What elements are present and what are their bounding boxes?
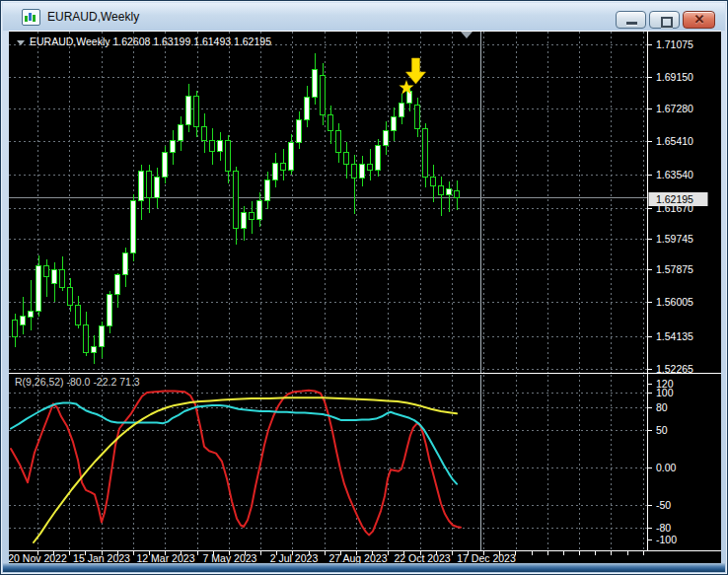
price-scale-label: 1.56005: [656, 296, 693, 308]
candle-body-bear: [202, 127, 207, 141]
candle-body-bull: [115, 275, 120, 294]
chart-area[interactable]: 1.710751.691501.672801.654101.635401.616…: [9, 31, 721, 565]
indicator-scale-label: 0.00: [656, 462, 677, 473]
scroll-end-marker-icon[interactable]: [461, 32, 473, 38]
close-icon: ✕: [692, 14, 707, 26]
window-title: EURAUD,Weekly: [47, 10, 139, 24]
chart-header-ohlc: EURAUD,Weekly 1.62608 1.63199 1.61493 1.…: [30, 36, 271, 47]
price-scale-label: 1.67280: [656, 103, 693, 114]
price-scale-label: 1.52265: [656, 363, 693, 375]
restore-icon: [661, 17, 673, 28]
candle-body-bull: [313, 70, 318, 98]
candle-body-bear: [431, 177, 436, 186]
candle-body-bull: [171, 141, 176, 153]
candle-body-bull: [305, 98, 310, 120]
candle-body-bull: [52, 270, 57, 284]
candle-body-bear: [194, 96, 199, 126]
price-scale-label: 1.65410: [656, 135, 693, 147]
symbol-dropdown-icon[interactable]: [17, 40, 25, 45]
candle-body-bear: [210, 141, 215, 151]
restore-button[interactable]: [649, 11, 680, 29]
price-scale-label: 1.57875: [656, 263, 693, 275]
candle-body-bull: [179, 125, 183, 141]
candle-body-bear: [336, 130, 341, 153]
candle-body-bull: [131, 201, 136, 252]
candle-body-bull: [289, 142, 294, 170]
arrow-down-marker-icon: [406, 58, 426, 84]
minimize-button[interactable]: [616, 11, 646, 29]
candle-body-bear: [250, 213, 255, 220]
candle-body-bull: [360, 164, 365, 178]
candle-body-bull: [139, 172, 144, 201]
candle-body-bull: [123, 252, 128, 275]
candle-body-bull: [447, 188, 452, 194]
candle-body-bull: [376, 146, 381, 170]
candle-body-bear: [415, 106, 420, 129]
candle-body-bull: [218, 141, 223, 151]
metatrader-chart-window: EURAUD,Weekly ✕ 1.710751.691501.672801.6…: [0, 0, 728, 575]
indicator-label: R(9,26,52) -80.0 -22.2 71.3: [15, 376, 140, 388]
candle-body-bull: [297, 120, 302, 143]
indicator-scale-label: -50: [656, 499, 671, 511]
candle-body-bull: [273, 163, 278, 180]
price-scale-label: 1.59745: [656, 233, 693, 245]
candle-body-bull: [92, 347, 97, 353]
candle-body-bull: [265, 180, 270, 201]
price-scale-label: 1.71075: [656, 38, 693, 50]
indicator-scale-label: -80: [656, 522, 671, 534]
candle-body-bull: [163, 153, 168, 177]
current-price-value: 1.62195: [656, 193, 693, 205]
close-button[interactable]: ✕: [683, 11, 715, 29]
candle-body-bear: [321, 75, 326, 114]
candle-body-bull: [29, 312, 34, 318]
candle-body-bear: [68, 287, 73, 305]
candle-body-bear: [344, 153, 349, 165]
candle-body-bull: [392, 116, 397, 130]
candle-body-bull: [155, 177, 160, 197]
indicator-scale-label: 80: [656, 401, 668, 413]
indicator-scale-label: 100: [656, 387, 674, 398]
indicator-line-red: [11, 391, 461, 536]
candle-body-bear: [147, 172, 152, 197]
candle-body-bear: [352, 165, 357, 178]
candle-body-bear: [439, 186, 444, 195]
candle-body-bear: [368, 164, 373, 170]
candle-body-bear: [44, 265, 49, 276]
candle-body-bull: [100, 326, 105, 347]
candle-body-bull: [36, 265, 41, 311]
candle-body-bull: [186, 96, 191, 125]
candle-body-bull: [384, 130, 389, 146]
candle-body-bear: [84, 325, 89, 353]
candle-body-bear: [60, 270, 65, 287]
candle-body-bear: [226, 141, 231, 172]
candle-body-bull: [21, 317, 26, 325]
price-scale-label: 1.63540: [656, 169, 693, 180]
price-scale-label: 1.69150: [656, 71, 693, 83]
candle-body-bear: [328, 114, 333, 130]
candle-body-bear: [234, 172, 239, 229]
candle-body-bear: [13, 320, 18, 336]
candle-body-bear: [281, 163, 286, 170]
candle-body-bull: [257, 201, 262, 220]
indicator-scale-label: -100: [656, 534, 677, 545]
candle-body-bear: [455, 190, 460, 197]
window-bottom-frame: [3, 563, 725, 572]
candle-body-bull: [407, 92, 412, 103]
candle-body-bull: [242, 213, 247, 229]
candle-body-bear: [423, 128, 428, 177]
candle-body-bull: [400, 103, 404, 116]
minimize-icon: [626, 22, 637, 25]
candle-body-bull: [108, 294, 112, 325]
chart-icon: [22, 9, 40, 26]
price-scale-label: 1.54135: [656, 330, 693, 342]
window-titlebar[interactable]: EURAUD,Weekly ✕: [3, 3, 725, 31]
candle-body-bear: [76, 306, 81, 325]
indicator-scale-label: 50: [656, 424, 668, 436]
